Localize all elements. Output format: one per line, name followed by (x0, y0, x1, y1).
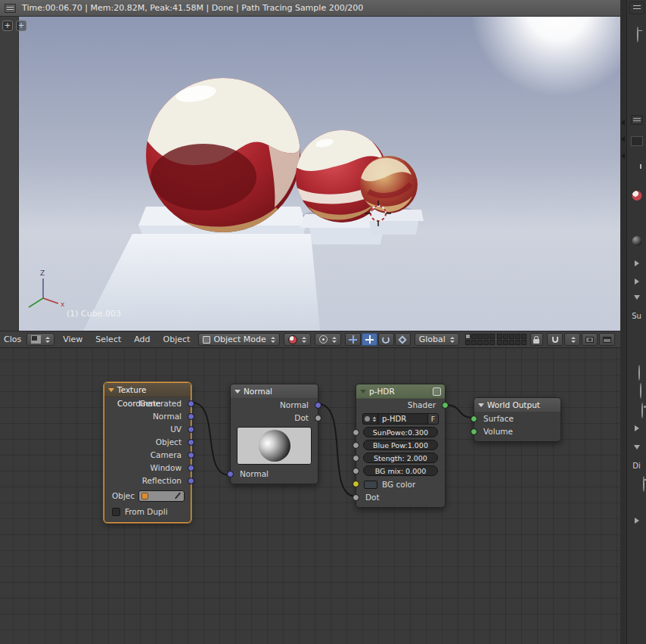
editor-type-dropdown[interactable] (26, 333, 54, 346)
menu-select[interactable]: Select (91, 334, 126, 344)
world-preview-icon[interactable] (632, 236, 641, 246)
socket-volume-in[interactable] (471, 428, 477, 435)
normal-direction-widget[interactable] (237, 427, 312, 465)
socket-normal[interactable] (188, 413, 194, 420)
socket-normal-out[interactable] (315, 402, 321, 409)
strength-slider[interactable]: Stength: 2.000 (363, 453, 438, 463)
mode-dropdown[interactable]: Object Mode (198, 333, 279, 346)
blue-power-slider[interactable]: Blue Pow:1.000 (363, 440, 438, 450)
node-p-hdr-group[interactable]: p-HDR Shader p-HDR F SunPowe:0.300 Blue … (356, 384, 446, 508)
socket-bg-mix[interactable] (353, 468, 359, 474)
ring-dot-icon[interactable] (641, 403, 643, 418)
snap-element-dropdown[interactable] (564, 333, 580, 346)
layer-cell[interactable] (471, 334, 477, 339)
sun-power-slider[interactable]: SunPowe:0.300 (363, 427, 438, 437)
layer-cell[interactable] (477, 340, 483, 345)
layer-cell[interactable] (497, 334, 502, 339)
collapse-icon[interactable] (360, 390, 366, 394)
socket-bg-color[interactable] (353, 481, 359, 487)
layer-cell[interactable] (465, 340, 471, 345)
material-preview-icon[interactable] (632, 191, 641, 201)
socket-camera[interactable] (188, 452, 194, 459)
node-editor[interactable]: Texture Coordinate Generated Normal UV O… (0, 348, 620, 644)
region-expand-icon[interactable] (621, 153, 625, 159)
object-field[interactable] (138, 490, 185, 502)
panel-arrow-icon[interactable] (635, 425, 639, 431)
manipulator-translate-button[interactable] (362, 333, 377, 346)
opengl-render-anim-button[interactable] (599, 333, 615, 346)
socket-dot-out[interactable] (315, 415, 321, 422)
layer-cell[interactable] (509, 340, 514, 345)
collapse-icon[interactable] (478, 403, 484, 407)
socket-surface-in[interactable] (471, 415, 477, 422)
region-expand-icon[interactable] (621, 120, 625, 126)
manipulator-axis-button[interactable] (345, 333, 361, 346)
layer-cell[interactable] (483, 334, 489, 339)
layer-cell[interactable] (471, 340, 477, 345)
viewport-3d[interactable]: Z x (1) Cube.003 + + (0, 17, 620, 331)
node-header[interactable]: Texture Coordinate (104, 383, 191, 397)
node-group-icon[interactable] (433, 387, 441, 396)
socket-blue-power[interactable] (353, 442, 359, 449)
socket-window[interactable] (188, 465, 194, 471)
expand-toolbar-button[interactable]: + (2, 20, 13, 31)
opengl-render-button[interactable] (582, 333, 598, 346)
collapse-minus-icon[interactable] (637, 26, 638, 42)
collapse-icon[interactable] (108, 388, 114, 392)
region-expand-icon[interactable] (621, 136, 625, 142)
collapse-icon[interactable] (234, 390, 241, 394)
manipulator-scale-button[interactable] (395, 333, 411, 346)
browse-group-button[interactable] (363, 414, 378, 424)
ring-icon[interactable] (638, 365, 640, 381)
panel-box-icon[interactable] (631, 136, 643, 146)
menu-object[interactable]: Object (159, 334, 195, 344)
panel-arrow-icon[interactable] (635, 518, 639, 524)
socket-shader-out[interactable] (442, 402, 449, 409)
close-label[interactable]: Clos (2, 334, 23, 344)
from-dupli-checkbox[interactable] (112, 508, 120, 516)
panel-menu-icon[interactable] (631, 115, 643, 125)
panel-label-surface[interactable]: Su (632, 312, 641, 320)
region-divider[interactable] (620, 0, 626, 644)
pivot-point-dropdown[interactable] (315, 333, 341, 346)
eyedropper-icon[interactable] (175, 493, 181, 499)
panel-open-icon[interactable] (634, 445, 640, 450)
snap-toggle-button[interactable] (547, 333, 563, 346)
group-name-field[interactable]: p-HDR (378, 414, 427, 424)
socket-sun-power[interactable] (353, 429, 359, 436)
socket-object[interactable] (188, 439, 194, 446)
layer-cell[interactable] (465, 334, 471, 339)
layer-cell[interactable] (521, 334, 526, 339)
panel-arrow-icon[interactable] (635, 278, 639, 285)
socket-dot-in[interactable] (353, 494, 359, 501)
layer-cell[interactable] (509, 334, 514, 339)
node-world-output[interactable]: World Output Surface Volume (474, 397, 561, 442)
layers-grid-left[interactable] (465, 334, 495, 345)
socket-generated[interactable] (188, 400, 194, 407)
viewport-shading-dropdown[interactable] (284, 333, 311, 346)
layer-cell[interactable] (489, 334, 495, 339)
menu-add[interactable]: Add (129, 334, 154, 344)
node-header[interactable]: World Output (474, 398, 561, 412)
socket-normal-in[interactable] (227, 471, 234, 478)
layers-grid-right[interactable] (497, 334, 526, 345)
layer-cell[interactable] (515, 340, 520, 345)
menu-view[interactable]: View (58, 334, 87, 344)
socket-reflection[interactable] (188, 478, 194, 484)
layer-cell[interactable] (503, 334, 508, 339)
node-texture-coordinate[interactable]: Texture Coordinate Generated Normal UV O… (104, 382, 191, 523)
layer-cell[interactable] (483, 340, 489, 345)
node-normal[interactable]: Normal Normal Dot Normal (230, 384, 318, 484)
lock-to-scene-button[interactable] (530, 333, 543, 346)
layer-cell[interactable] (477, 334, 483, 339)
manipulator-rotate-button[interactable] (378, 333, 394, 346)
layer-cell[interactable] (521, 340, 526, 345)
ring-plus-icon[interactable] (643, 476, 644, 492)
node-header[interactable]: Normal (231, 384, 318, 399)
info-editor-icon[interactable] (5, 4, 16, 13)
ring-icon[interactable] (640, 383, 641, 399)
bg-mix-slider[interactable]: BG mix: 0.000 (363, 465, 438, 476)
layer-cell[interactable] (489, 340, 495, 345)
properties-editor-icon[interactable] (629, 2, 644, 14)
node-header[interactable]: p-HDR (356, 384, 445, 399)
